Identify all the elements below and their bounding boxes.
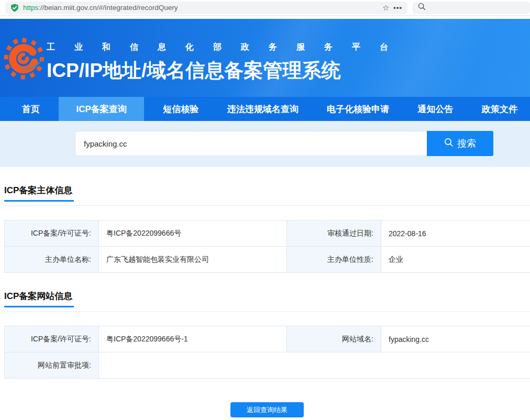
address-bar[interactable]: https://beian.miit.gov.cn/#/Integrated/r… [5,2,407,14]
nav-item-home[interactable]: 首页 [13,97,49,121]
field-label: ICP备案/许可证号: [5,326,99,352]
security-shield-icon [10,4,19,12]
nav-item-announcements[interactable]: 通知公告 [408,97,463,121]
domain-search-input[interactable] [75,131,427,156]
website-info-table: ICP备案/许可证号: 粤ICP备2022099666号-1 网站域名: fyp… [4,326,530,379]
field-value [99,352,530,379]
field-value: 企业 [381,247,530,273]
field-label: 网站域名: [287,326,381,352]
nav-item-illegal-domain-query[interactable]: 违法违规域名查询 [218,97,308,121]
field-value: 2022-08-16 [381,220,530,247]
system-title: ICP/IP地址/域名信息备案管理系统 [47,58,407,84]
main-nav: 首页 ICP备案查询 短信核验 违法违规域名查询 电子化核验申请 通知公告 政策… [0,97,530,121]
table-row: ICP备案/许可证号: 粤ICP备2022099666号-1 网站域名: fyp… [5,326,530,352]
subject-section-title: ICP备案主体信息 [4,184,74,202]
field-label: 网站前置审批项: [5,352,99,379]
website-section-title: ICP备案网站信息 [4,290,74,307]
browser-search-box[interactable] [413,2,530,14]
footer-actions: 返回查询结果 [4,402,530,417]
search-icon [444,138,454,150]
nav-item-electronic-verification[interactable]: 电子化核验申请 [317,97,399,121]
nav-item-sms-verification[interactable]: 短信核验 [153,97,208,121]
field-value: 广东飞越智能包装实业有限公司 [99,247,287,273]
search-icon [418,3,426,13]
field-value: fypacking.cc [381,326,530,352]
search-button-label: 搜索 [457,137,476,150]
header-text-block: 工业和信息化部政务服务平台 ICP/IP地址/域名信息备案管理系统 [47,42,407,84]
nav-item-policy-documents[interactable]: 政策文件 [472,97,527,121]
table-row: 网站前置审批项: [5,352,530,379]
field-value: 粤ICP备2022099666号 [99,220,287,247]
url-text: https://beian.miit.gov.cn/#/Integrated/r… [23,4,378,12]
url-scheme: https [23,4,38,12]
field-label: 审核通过日期: [287,220,381,247]
search-button[interactable]: 搜索 [427,131,493,156]
subject-info-table: ICP备案/许可证号: 粤ICP备2022099666号 审核通过日期: 202… [4,220,530,273]
bookmark-star-icon[interactable]: ☆ [382,4,389,12]
platform-name: 工业和信息化部政务服务平台 [47,42,407,53]
url-path: ://beian.miit.gov.cn/#/Integrated/record… [38,4,178,12]
back-to-results-button[interactable]: 返回查询结果 [230,402,304,417]
miit-logo-icon [3,35,46,89]
site-header: 工业和信息化部政务服务平台 ICP/IP地址/域名信息备案管理系统 [0,19,530,97]
table-row: 主办单位名称: 广东飞越智能包装实业有限公司 主办单位性质: 企业 [5,247,530,273]
page-content: ICP备案主体信息 ICP备案/许可证号: 粤ICP备2022099666号 审… [0,184,530,417]
field-label: 主办单位性质: [287,247,381,273]
website-section-head: ICP备案网站信息 [4,290,530,312]
browser-toolbar: https://beian.miit.gov.cn/#/Integrated/r… [0,0,530,16]
nav-item-icp-record-query[interactable]: ICP备案查询 [59,97,143,121]
subject-section-head: ICP备案主体信息 [4,184,530,206]
field-value: 粤ICP备2022099666号-1 [99,326,287,352]
field-label: 主办单位名称: [5,247,99,273]
search-strip: 搜索 [0,121,530,167]
table-row: ICP备案/许可证号: 粤ICP备2022099666号 审核通过日期: 202… [5,220,530,247]
field-label: ICP备案/许可证号: [5,220,99,247]
more-options-icon[interactable]: ••• [393,4,402,11]
